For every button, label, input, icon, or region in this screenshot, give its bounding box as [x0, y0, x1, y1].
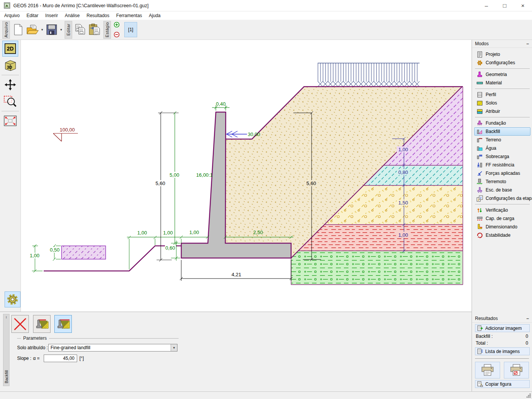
slope-alpha-symbol: α =	[33, 356, 44, 361]
select-dropdown-icon[interactable]: ▼	[171, 344, 177, 351]
settings-gear-icon	[477, 60, 483, 66]
modos-item-terremoto[interactable]: Terremoto	[474, 177, 530, 186]
no-backfill-button[interactable]	[11, 315, 29, 333]
backfill-shape-1-button[interactable]	[33, 315, 51, 333]
stability-icon	[477, 232, 483, 239]
dim-total-height-right: 5,60	[306, 180, 316, 186]
modos-separator	[475, 117, 530, 117]
modos-item-projeto[interactable]: Projeto	[474, 50, 530, 59]
modos-item-estabilidade[interactable]: Estabilidade	[474, 231, 530, 239]
total-count-value: 0	[526, 340, 528, 346]
dim-heel: 2,50	[253, 230, 263, 235]
assigned-soil-label: Solo atribuído :	[17, 345, 48, 350]
modos-item-dimensionando[interactable]: Dimensionando	[474, 223, 530, 231]
close-button[interactable]: ×	[514, 0, 532, 11]
modos-collapse-button[interactable]: –	[526, 41, 529, 46]
modos-item-verificacao[interactable]: Verificação	[474, 206, 530, 214]
menu-ajuda[interactable]: Ajuda	[146, 13, 164, 18]
surcharge-icon	[477, 154, 483, 160]
modos-item-geometria[interactable]: Geometria	[474, 70, 530, 79]
svg-text:2: 2	[480, 196, 481, 199]
modos-item-perfil[interactable]: Perfil	[474, 90, 530, 99]
assigned-soil-select[interactable]: Fine-grained landfill ▼	[48, 344, 177, 352]
backfill-frame-tab[interactable]: I Backfill	[3, 314, 10, 386]
toolbar-separator	[2, 111, 19, 111]
modos-item-solos[interactable]: Solos	[474, 99, 530, 107]
add-image-icon	[477, 325, 483, 331]
modos-item-config-etapa[interactable]: 12 Configurações da etapa	[474, 194, 530, 203]
modos-item-configuracoes[interactable]: Configurações	[474, 59, 530, 67]
dim-layer-1: 1,00	[398, 147, 408, 152]
slope-label: Slope :	[17, 356, 33, 361]
modos-item-esc-de-base[interactable]: Esc. de base	[474, 186, 530, 194]
backfill-count-value: 0	[526, 334, 528, 339]
ff-resistance-block	[62, 246, 106, 259]
drawing-canvas[interactable]: 0,40 5,00 5,60 5,60 16,00:1 30,00 100,00…	[21, 40, 472, 312]
dim-batter: 16,00:1	[196, 172, 212, 178]
print-selection-button[interactable]	[504, 362, 529, 378]
maximize-button[interactable]: □	[496, 0, 514, 11]
terrain-icon	[477, 137, 483, 143]
parameters-group-title: Parameters	[21, 336, 49, 341]
copy-figure-button[interactable]: 1 Copiar figura	[475, 380, 530, 388]
slope-unit: [°]	[79, 356, 84, 361]
modos-item-terreno[interactable]: Terreno	[474, 136, 530, 144]
save-dropdown-arrow[interactable]: ▼	[59, 21, 63, 38]
menu-inserir[interactable]: Inserir	[42, 13, 61, 18]
view-2d-button[interactable]: 2D	[2, 41, 18, 57]
backfill-shape-1-icon	[35, 318, 49, 331]
modos-header: Modos –	[472, 40, 532, 48]
paste-button[interactable]	[88, 21, 102, 38]
image-list-button[interactable]: Lista de imagens	[475, 347, 530, 355]
modos-item-fundacao[interactable]: Fundação	[474, 119, 530, 127]
open-file-button[interactable]	[25, 21, 40, 38]
modos-item-cap-de-carga[interactable]: Cap. de carga	[474, 214, 530, 223]
menu-ferramentas[interactable]: Ferramentas	[113, 13, 146, 18]
printer-figure-icon	[510, 364, 523, 376]
dimensioning-icon	[477, 224, 483, 230]
add-stage-icon[interactable]	[114, 22, 120, 28]
drawing-settings-button[interactable]	[5, 291, 21, 307]
foundation-icon	[477, 120, 483, 127]
modos-item-backfill[interactable]: Backfill	[474, 127, 530, 136]
print-button[interactable]	[475, 362, 500, 378]
dim-top-width: 0,40	[216, 101, 225, 107]
soils-icon	[477, 100, 483, 106]
view-3d-button[interactable]: 3D	[2, 57, 18, 73]
save-button[interactable]	[44, 21, 59, 38]
modos-item-sobrecarga[interactable]: Sobrecarga	[474, 152, 530, 161]
pan-button[interactable]	[2, 77, 18, 93]
level-mark	[53, 133, 78, 141]
stage-1-button[interactable]: [1]	[124, 22, 137, 37]
menu-arquivo[interactable]: Arquivo	[1, 13, 23, 18]
modos-item-material[interactable]: Material	[474, 79, 530, 87]
backfill-shape-2-button[interactable]	[54, 315, 72, 333]
view-toolbar: 2D 3D	[0, 40, 21, 312]
new-file-button[interactable]	[11, 21, 25, 38]
menu-editar[interactable]: Editar	[23, 13, 42, 18]
open-dropdown-arrow[interactable]: ▼	[40, 21, 44, 38]
modos-item-agua[interactable]: Água	[474, 144, 530, 152]
fit-to-screen-button[interactable]	[2, 113, 18, 129]
copy-button[interactable]	[73, 21, 88, 38]
modos-item-atribuir[interactable]: Atribuir	[474, 107, 530, 116]
add-image-button[interactable]: Adicionar imagem	[475, 324, 530, 332]
menu-resultados[interactable]: Resultados	[83, 13, 113, 18]
bearing-capacity-icon	[477, 215, 483, 222]
svg-text:3D: 3D	[7, 65, 12, 70]
backfill-icon	[477, 128, 483, 135]
modos-item-forcas-aplicadas[interactable]: Forças aplicadas	[474, 169, 530, 177]
zoom-window-button[interactable]	[2, 93, 18, 109]
no-backfill-icon	[13, 317, 27, 331]
remove-stage-icon[interactable]	[114, 32, 120, 38]
menu-analise[interactable]: Análise	[61, 13, 83, 18]
minimize-button[interactable]: –	[477, 0, 496, 11]
modos-item-ff-resistencia[interactable]: FF resistência	[474, 161, 530, 169]
slope-input[interactable]	[44, 355, 77, 362]
resize-grip[interactable]	[526, 393, 531, 398]
project-icon	[477, 51, 483, 58]
total-count-row: Total : 0	[472, 339, 532, 346]
resultados-collapse-button[interactable]: –	[526, 316, 529, 321]
soil-layer-red	[298, 225, 463, 251]
dim-b: 1,00	[163, 230, 173, 236]
